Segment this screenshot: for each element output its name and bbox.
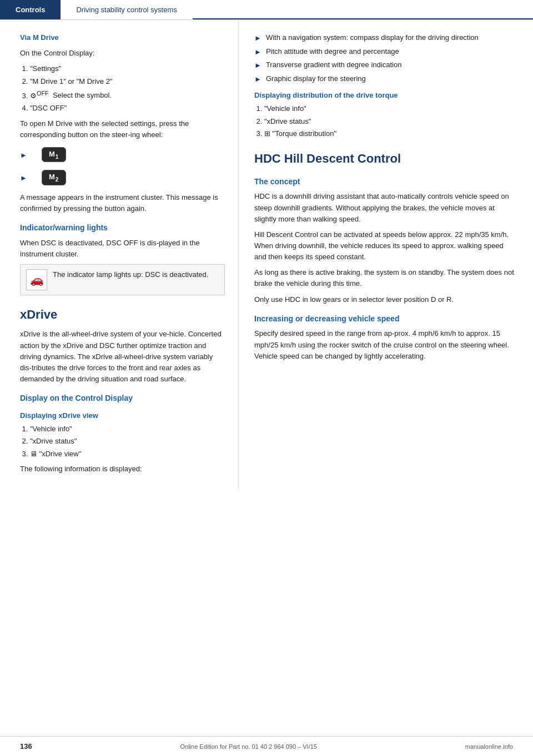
right-column: ► With a navigation system: compass disp… <box>239 20 533 491</box>
following-info: The following information is displayed: <box>20 463 225 475</box>
hdc-heading: HDC Hill Descent Control <box>254 149 517 168</box>
indicator-body: When DSC is deactivated, DSC OFF is dis‑… <box>20 238 225 260</box>
via-m-drive-intro: On the Control Display: <box>20 48 225 59</box>
monitor-icon: 🖥 <box>30 450 37 458</box>
main-content: Via M Drive On the Control Display: "Set… <box>0 20 533 491</box>
bullet-arrow-0: ► <box>254 33 262 44</box>
step-3: ⚙OFF Select the symbol. <box>30 88 225 101</box>
m-buttons-area: ► M1 ► M2 <box>20 145 225 188</box>
xdrive-step-2: "xDrive status" <box>30 436 225 447</box>
bullet-item-1: ► Pitch attitude with degree and percent… <box>254 46 517 58</box>
bullet-item-2: ► Transverse gradient with degree indica… <box>254 59 517 71</box>
via-m-drive-steps: "Settings" "M Drive 1" or "M Drive 2" ⚙O… <box>30 63 225 113</box>
warning-box: 🚗 The indicator lamp lights up: DSC is d… <box>20 264 225 295</box>
concept-para-1: Hill Descent Control can be activated at… <box>254 229 517 263</box>
torque-step-2: "xDrive status" <box>264 116 517 127</box>
after-steps-text: To open M Drive with the selected settin… <box>20 118 225 140</box>
m2-bullet-row: ► M2 <box>20 168 225 188</box>
speed-body: Specify desired speed in the range from … <box>254 328 517 361</box>
bullet-item-0: ► With a navigation system: compass disp… <box>254 32 517 44</box>
bullet-item-3: ► Graphic display for the steering <box>254 73 517 85</box>
concept-para-0: HDC is a downhill driving assistant that… <box>254 191 517 224</box>
bullet-text-1: Pitch attitude with degree and percentag… <box>266 46 399 57</box>
header-line <box>193 18 533 19</box>
tab-controls[interactable]: Controls <box>0 0 61 19</box>
torque-step-3: ⊞ "Torque distribution" <box>264 128 517 139</box>
page-header: Controls Driving stability control syste… <box>0 0 533 20</box>
torque-steps: "Vehicle info" "xDrive status" ⊞ "Torque… <box>264 103 517 139</box>
display-heading: Display on the Control Display <box>20 392 225 405</box>
bullet-text-0: With a navigation system: compass displa… <box>266 32 479 43</box>
m2-label: M2 <box>49 173 59 183</box>
step-1: "Settings" <box>30 63 225 74</box>
bullet-arrow-1: ► <box>254 47 262 58</box>
dsc-icon: 🚗 <box>26 269 47 290</box>
xdrive-main-heading: xDrive <box>20 305 225 324</box>
indicator-heading: Indicator/warning lights <box>20 222 225 234</box>
left-column: Via M Drive On the Control Display: "Set… <box>0 20 239 491</box>
concept-para-3: Only use HDC in low gears or in selector… <box>254 294 517 305</box>
xdrive-steps: "Vehicle info" "xDrive status" 🖥 "xDrive… <box>30 424 225 460</box>
bullet-text-3: Graphic display for the steering <box>266 73 366 84</box>
xdrive-step-1: "Vehicle info" <box>30 424 225 435</box>
torque-icon: ⊞ <box>264 129 270 138</box>
m2-button: M2 <box>42 170 66 185</box>
bullet-arrow-m2: ► <box>20 174 27 182</box>
xdrive-body: xDrive is the all-wheel-drive system of … <box>20 329 225 385</box>
displaying-xdrive-heading: Displaying xDrive view <box>20 410 225 421</box>
page-number: 136 <box>20 742 32 750</box>
xdrive-step-3: 🖥 "xDrive view" <box>30 448 225 460</box>
step-4: "DSC OFF" <box>30 103 225 114</box>
m1-label: M1 <box>49 150 59 160</box>
warning-text: The indicator lamp lights up: DSC is dea… <box>53 269 208 280</box>
bullet-arrow-2: ► <box>254 60 262 71</box>
concept-heading: The concept <box>254 176 517 188</box>
speed-heading: Increasing or decreasing vehicle speed <box>254 313 517 325</box>
message-text: A message appears in the instrument clus… <box>20 192 225 214</box>
bullet-arrow-m1: ► <box>20 151 27 159</box>
torque-step-1: "Vehicle info" <box>264 103 517 114</box>
via-m-drive-heading: Via M Drive <box>20 32 225 43</box>
dsc-warning-symbol: 🚗 <box>30 273 44 286</box>
step-2: "M Drive 1" or "M Drive 2" <box>30 76 225 87</box>
tab-driving-stability[interactable]: Driving stability control systems <box>61 0 192 19</box>
bullet-arrow-3: ► <box>254 74 262 85</box>
bullet-list: ► With a navigation system: compass disp… <box>254 32 517 84</box>
m1-button: M1 <box>42 147 66 163</box>
bullet-text-2: Transverse gradient with degree indicati… <box>266 59 402 70</box>
page-footer: 136 Online Edition for Part no. 01 40 2 … <box>0 736 533 756</box>
m1-bullet-row: ► M1 <box>20 145 225 165</box>
gear-icon: ⚙OFF <box>30 92 49 100</box>
footer-info: Online Edition for Part no. 01 40 2 964 … <box>180 743 317 750</box>
torque-heading: Displaying distribution of the drive tor… <box>254 90 517 101</box>
concept-para-2: As long as there is active braking, the … <box>254 267 517 289</box>
footer-site: manualonline.info <box>465 743 513 750</box>
